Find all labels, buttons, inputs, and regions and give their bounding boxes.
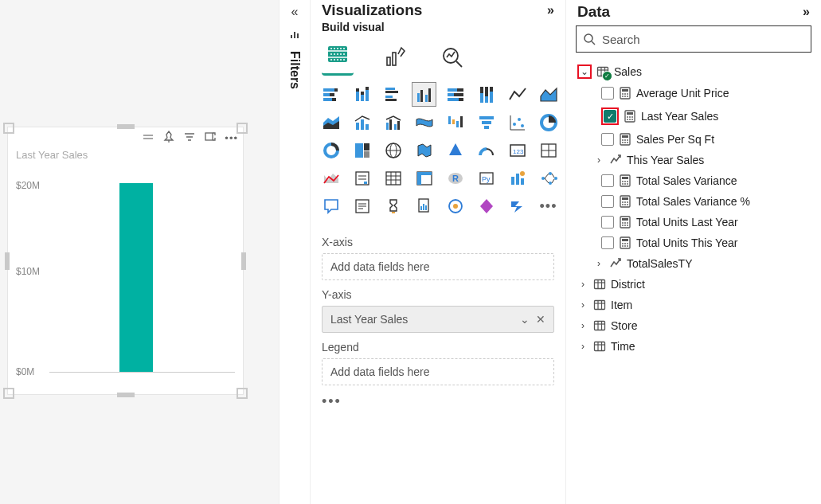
viz-multi-row-card[interactable]	[536, 138, 561, 162]
viz-line[interactable]	[505, 82, 530, 107]
collapse-viz-icon[interactable]: »	[547, 3, 554, 18]
field-this-year-sales[interactable]: › This Year Sales	[574, 150, 813, 170]
more-options-icon[interactable]: •••	[225, 132, 238, 144]
viz-area[interactable]	[536, 82, 561, 107]
viz-waterfall[interactable]	[443, 110, 467, 135]
viz-matrix[interactable]	[412, 166, 436, 190]
search-input[interactable]: Search	[576, 25, 811, 53]
viz-paginated-report[interactable]	[412, 193, 436, 218]
viz-gauge[interactable]	[474, 138, 498, 162]
resize-handle[interactable]	[5, 252, 10, 270]
viz-100pct-bar[interactable]	[443, 82, 467, 107]
field-sales-per-sqft[interactable]: Sales Per Sq Ft	[574, 129, 813, 150]
visual-container[interactable]: ••• Last Year Sales $20M $10M $0M	[8, 127, 243, 394]
viz-card[interactable]	[505, 138, 530, 162]
viz-funnel[interactable]	[474, 110, 498, 135]
viz-line-stacked-col[interactable]	[350, 110, 374, 135]
viz-line-clustered-col[interactable]	[381, 110, 405, 135]
field-dropdown-icon[interactable]: ⌄	[520, 313, 530, 326]
tab-format-visual[interactable]	[379, 41, 411, 73]
chart-bar[interactable]	[119, 183, 153, 372]
viz-stacked-bar[interactable]	[319, 82, 343, 107]
field-last-year-sales[interactable]: ✓ Last Year Sales	[574, 104, 813, 129]
chevron-right-icon[interactable]: ›	[577, 299, 588, 311]
viz-qna[interactable]	[319, 193, 343, 218]
checkbox-checked[interactable]: ✓	[604, 110, 616, 123]
viz-stacked-area[interactable]	[319, 110, 343, 135]
viz-r-visual[interactable]	[443, 166, 467, 190]
viz-map[interactable]	[381, 138, 405, 162]
viz-arcgis[interactable]	[443, 193, 467, 218]
viz-power-apps[interactable]	[474, 193, 498, 218]
resize-handle[interactable]	[237, 388, 248, 399]
legend-well[interactable]: Add data fields here	[322, 358, 554, 385]
chevron-right-icon[interactable]: ›	[593, 258, 604, 269]
chevron-down-icon[interactable]: ⌄	[579, 66, 590, 77]
viz-smart-narrative[interactable]	[350, 193, 374, 218]
checkbox[interactable]	[601, 133, 614, 146]
viz-donut[interactable]	[319, 138, 343, 162]
viz-ribbon[interactable]	[412, 110, 436, 135]
chevron-right-icon[interactable]: ›	[577, 341, 588, 352]
table-store[interactable]: › Store	[574, 315, 813, 336]
viz-stacked-column[interactable]	[350, 82, 374, 107]
chevron-right-icon[interactable]: ›	[577, 320, 588, 331]
report-canvas[interactable]: ••• Last Year Sales $20M $10M $0M	[0, 0, 279, 504]
filters-pane-collapsed[interactable]: « Filters	[279, 0, 311, 504]
resize-handle[interactable]	[3, 123, 14, 134]
viz-100pct-column[interactable]	[474, 82, 498, 107]
y-axis-well[interactable]: Last Year Sales ⌄ ✕	[322, 306, 554, 333]
pin-icon[interactable]	[162, 131, 175, 146]
viz-python-visual[interactable]	[474, 166, 498, 190]
field-remove-icon[interactable]: ✕	[536, 313, 545, 326]
viz-treemap[interactable]	[350, 138, 374, 162]
viz-decomposition-tree[interactable]	[536, 166, 561, 190]
table-district[interactable]: › District	[574, 274, 813, 295]
x-axis-well[interactable]: Add data fields here	[322, 253, 554, 280]
resize-handle[interactable]	[237, 123, 248, 134]
viz-scatter[interactable]	[505, 110, 530, 135]
filter-icon[interactable]	[183, 131, 196, 146]
collapse-data-icon[interactable]: »	[803, 5, 810, 19]
field-total-sales-variance[interactable]: Total Sales Variance	[574, 170, 813, 191]
checkbox[interactable]	[601, 87, 614, 100]
checkbox[interactable]	[601, 236, 614, 249]
more-fields-icon[interactable]: •••	[311, 389, 565, 415]
viz-power-automate[interactable]	[505, 193, 530, 218]
resize-handle[interactable]	[3, 388, 14, 399]
field-total-sales-variance-pct[interactable]: Total Sales Variance %	[574, 191, 813, 212]
viz-get-more[interactable]: •••	[536, 193, 561, 218]
table-item[interactable]: › Item	[574, 295, 813, 315]
viz-filled-map[interactable]	[412, 138, 436, 162]
viz-azure-map[interactable]	[443, 138, 467, 162]
viz-key-influencers[interactable]	[505, 166, 530, 190]
table-time[interactable]: › Time	[574, 336, 813, 357]
table-icon	[593, 319, 606, 332]
field-total-sales-ty[interactable]: › TotalSalesTY	[574, 253, 813, 274]
chevron-right-icon[interactable]: ›	[577, 279, 588, 290]
expand-filters-icon[interactable]: «	[291, 5, 299, 19]
checkbox[interactable]	[601, 195, 614, 208]
field-average-unit-price[interactable]: Average Unit Price	[574, 83, 813, 104]
viz-kpi[interactable]	[319, 166, 343, 190]
viz-pie[interactable]	[536, 110, 561, 135]
field-total-units-this-year[interactable]: Total Units This Year	[574, 232, 813, 253]
viz-goals[interactable]	[381, 193, 405, 218]
tab-build-visual[interactable]	[322, 38, 354, 76]
table-sales[interactable]: ⌄ Sales	[574, 61, 813, 83]
column-chart[interactable]: $20M $10M $0M	[11, 164, 238, 373]
resize-handle[interactable]	[241, 252, 246, 270]
checkbox[interactable]	[601, 174, 614, 187]
tab-analytics[interactable]	[436, 41, 468, 73]
focus-mode-icon[interactable]	[204, 131, 217, 146]
viz-slicer[interactable]	[350, 166, 374, 190]
grip-icon[interactable]	[142, 131, 154, 146]
resize-handle[interactable]	[117, 124, 135, 129]
viz-clustered-bar[interactable]	[381, 82, 405, 107]
viz-table[interactable]	[381, 166, 405, 190]
resize-handle[interactable]	[117, 393, 135, 397]
viz-clustered-column[interactable]	[412, 82, 436, 107]
checkbox[interactable]	[601, 216, 614, 229]
field-total-units-last-year[interactable]: Total Units Last Year	[574, 212, 813, 232]
chevron-right-icon[interactable]: ›	[593, 154, 604, 166]
